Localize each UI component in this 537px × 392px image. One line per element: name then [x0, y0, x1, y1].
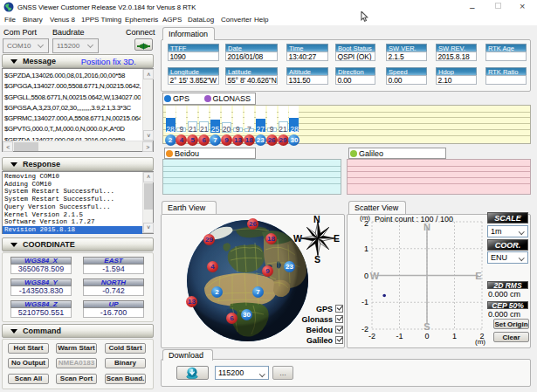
svg-text:1: 1 — [364, 244, 368, 253]
svg-text:Point count : 100 / 100: Point count : 100 / 100 — [375, 215, 453, 224]
svg-text:-2: -2 — [368, 332, 375, 340]
svg-text:E: E — [475, 271, 481, 281]
svg-text:(m): (m) — [475, 338, 485, 346]
svg-text:0: 0 — [424, 332, 429, 340]
svg-text:1: 1 — [452, 332, 457, 340]
svg-text:-2: -2 — [361, 325, 368, 334]
svg-text:-1: -1 — [361, 298, 368, 306]
svg-text:S: S — [423, 321, 430, 332]
svg-text:(m): (m) — [360, 215, 370, 222]
svg-text:W: W — [370, 271, 380, 281]
svg-text:0: 0 — [364, 272, 368, 280]
svg-text:-1: -1 — [396, 332, 403, 340]
